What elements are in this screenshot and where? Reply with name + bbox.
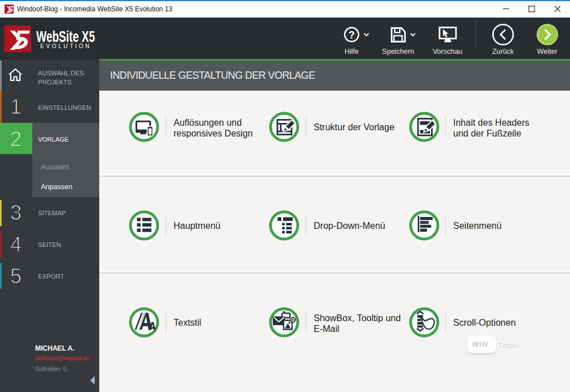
- svg-text:?: ?: [349, 29, 355, 41]
